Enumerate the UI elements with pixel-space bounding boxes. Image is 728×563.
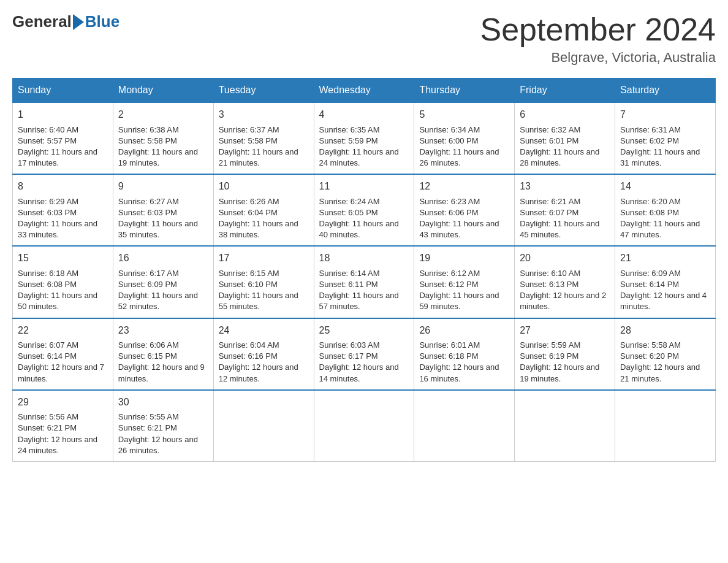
day-number: 17 [219, 251, 309, 265]
calendar-cell: 29 Sunrise: 5:56 AMSunset: 6:21 PMDaylig… [13, 390, 113, 462]
day-info: Sunrise: 6:32 AMSunset: 6:01 PMDaylight:… [520, 125, 599, 168]
calendar-cell: 14 Sunrise: 6:20 AMSunset: 6:08 PMDaylig… [615, 174, 716, 246]
calendar-cell: 27 Sunrise: 5:59 AMSunset: 6:19 PMDaylig… [515, 318, 615, 390]
logo-blue-text: Blue [85, 12, 119, 31]
day-header-wednesday: Wednesday [314, 79, 414, 103]
calendar-cell: 20 Sunrise: 6:10 AMSunset: 6:13 PMDaylig… [515, 246, 615, 318]
day-info: Sunrise: 6:38 AMSunset: 5:58 PMDaylight:… [118, 125, 198, 168]
day-info: Sunrise: 6:35 AMSunset: 5:59 PMDaylight:… [319, 125, 399, 168]
day-header-friday: Friday [515, 79, 615, 103]
calendar-body: 1 Sunrise: 6:40 AMSunset: 5:57 PMDayligh… [13, 102, 716, 461]
day-info: Sunrise: 6:01 AMSunset: 6:18 PMDaylight:… [419, 340, 499, 383]
day-number: 11 [319, 180, 409, 193]
calendar-week-2: 8 Sunrise: 6:29 AMSunset: 6:03 PMDayligh… [13, 174, 716, 246]
calendar-cell: 10 Sunrise: 6:26 AMSunset: 6:04 PMDaylig… [213, 174, 314, 246]
calendar-cell: 30 Sunrise: 5:55 AMSunset: 6:21 PMDaylig… [113, 390, 213, 462]
day-number: 6 [520, 108, 610, 121]
day-number: 2 [118, 108, 208, 121]
day-header-sunday: Sunday [13, 79, 113, 103]
calendar-cell [414, 390, 515, 462]
day-number: 3 [219, 108, 309, 121]
day-info: Sunrise: 5:56 AMSunset: 6:21 PMDaylight:… [18, 412, 97, 455]
calendar-cell: 3 Sunrise: 6:37 AMSunset: 5:58 PMDayligh… [213, 102, 314, 174]
day-info: Sunrise: 6:12 AMSunset: 6:12 PMDaylight:… [419, 269, 499, 312]
day-info: Sunrise: 6:34 AMSunset: 6:00 PMDaylight:… [419, 125, 499, 168]
calendar-cell: 28 Sunrise: 5:58 AMSunset: 6:20 PMDaylig… [615, 318, 716, 390]
day-info: Sunrise: 6:07 AMSunset: 6:14 PMDaylight:… [18, 340, 104, 383]
calendar-cell: 17 Sunrise: 6:15 AMSunset: 6:10 PMDaylig… [213, 246, 314, 318]
calendar-cell: 18 Sunrise: 6:14 AMSunset: 6:11 PMDaylig… [314, 246, 414, 318]
day-info: Sunrise: 5:58 AMSunset: 6:20 PMDaylight:… [620, 340, 700, 383]
day-info: Sunrise: 6:17 AMSunset: 6:09 PMDaylight:… [118, 269, 198, 312]
calendar-cell: 24 Sunrise: 6:04 AMSunset: 6:16 PMDaylig… [213, 318, 314, 390]
day-number: 14 [620, 180, 710, 193]
day-number: 9 [118, 180, 208, 193]
day-number: 26 [419, 324, 509, 337]
logo-general-text: General [12, 12, 72, 31]
day-info: Sunrise: 6:14 AMSunset: 6:11 PMDaylight:… [319, 269, 399, 312]
day-number: 5 [419, 108, 509, 121]
day-info: Sunrise: 6:10 AMSunset: 6:13 PMDaylight:… [520, 269, 606, 312]
calendar-cell: 26 Sunrise: 6:01 AMSunset: 6:18 PMDaylig… [414, 318, 515, 390]
day-number: 16 [118, 251, 208, 265]
calendar-cell: 1 Sunrise: 6:40 AMSunset: 5:57 PMDayligh… [13, 102, 113, 174]
calendar-cell: 21 Sunrise: 6:09 AMSunset: 6:14 PMDaylig… [615, 246, 716, 318]
day-number: 15 [18, 251, 108, 265]
day-info: Sunrise: 6:26 AMSunset: 6:04 PMDaylight:… [219, 197, 298, 240]
day-info: Sunrise: 6:29 AMSunset: 6:03 PMDaylight:… [18, 197, 97, 240]
day-info: Sunrise: 6:27 AMSunset: 6:03 PMDaylight:… [118, 197, 198, 240]
day-info: Sunrise: 6:15 AMSunset: 6:10 PMDaylight:… [219, 269, 298, 312]
day-number: 4 [319, 108, 409, 121]
logo-arrow-icon [73, 14, 84, 30]
day-header-monday: Monday [113, 79, 213, 103]
day-info: Sunrise: 5:55 AMSunset: 6:21 PMDaylight:… [118, 412, 198, 455]
calendar-cell [213, 390, 314, 462]
calendar-cell: 13 Sunrise: 6:21 AMSunset: 6:07 PMDaylig… [515, 174, 615, 246]
day-number: 28 [620, 324, 710, 337]
calendar-week-3: 15 Sunrise: 6:18 AMSunset: 6:08 PMDaylig… [13, 246, 716, 318]
day-number: 21 [620, 251, 710, 265]
day-number: 27 [520, 324, 610, 337]
day-header-tuesday: Tuesday [213, 79, 314, 103]
calendar-cell: 23 Sunrise: 6:06 AMSunset: 6:15 PMDaylig… [113, 318, 213, 390]
day-number: 7 [620, 108, 710, 121]
page-header: General Blue September 2024 Belgrave, Vi… [12, 12, 716, 66]
day-number: 25 [319, 324, 409, 337]
day-number: 10 [219, 180, 309, 193]
calendar-cell: 19 Sunrise: 6:12 AMSunset: 6:12 PMDaylig… [414, 246, 515, 318]
calendar-cell: 6 Sunrise: 6:32 AMSunset: 6:01 PMDayligh… [515, 102, 615, 174]
day-info: Sunrise: 6:24 AMSunset: 6:05 PMDaylight:… [319, 197, 399, 240]
day-info: Sunrise: 6:04 AMSunset: 6:16 PMDaylight:… [219, 340, 298, 383]
calendar-cell: 16 Sunrise: 6:17 AMSunset: 6:09 PMDaylig… [113, 246, 213, 318]
calendar-cell: 22 Sunrise: 6:07 AMSunset: 6:14 PMDaylig… [13, 318, 113, 390]
day-info: Sunrise: 6:03 AMSunset: 6:17 PMDaylight:… [319, 340, 399, 383]
logo: General Blue [12, 12, 119, 31]
calendar-cell: 15 Sunrise: 6:18 AMSunset: 6:08 PMDaylig… [13, 246, 113, 318]
day-info: Sunrise: 6:23 AMSunset: 6:06 PMDaylight:… [419, 197, 499, 240]
day-info: Sunrise: 6:18 AMSunset: 6:08 PMDaylight:… [18, 269, 97, 312]
calendar-header: SundayMondayTuesdayWednesdayThursdayFrid… [13, 79, 716, 103]
calendar-cell: 4 Sunrise: 6:35 AMSunset: 5:59 PMDayligh… [314, 102, 414, 174]
calendar-cell: 25 Sunrise: 6:03 AMSunset: 6:17 PMDaylig… [314, 318, 414, 390]
day-number: 20 [520, 251, 610, 265]
calendar-cell: 11 Sunrise: 6:24 AMSunset: 6:05 PMDaylig… [314, 174, 414, 246]
day-number: 30 [118, 396, 208, 409]
day-number: 29 [18, 396, 108, 409]
day-info: Sunrise: 6:20 AMSunset: 6:08 PMDaylight:… [620, 197, 700, 240]
calendar-week-5: 29 Sunrise: 5:56 AMSunset: 6:21 PMDaylig… [13, 390, 716, 462]
calendar-cell: 9 Sunrise: 6:27 AMSunset: 6:03 PMDayligh… [113, 174, 213, 246]
calendar-cell: 8 Sunrise: 6:29 AMSunset: 6:03 PMDayligh… [13, 174, 113, 246]
calendar-cell: 5 Sunrise: 6:34 AMSunset: 6:00 PMDayligh… [414, 102, 515, 174]
month-title: September 2024 [480, 12, 716, 47]
calendar-cell [615, 390, 716, 462]
day-header-saturday: Saturday [615, 79, 716, 103]
day-info: Sunrise: 6:21 AMSunset: 6:07 PMDaylight:… [520, 197, 599, 240]
day-number: 22 [18, 324, 108, 337]
day-info: Sunrise: 6:40 AMSunset: 5:57 PMDaylight:… [18, 125, 97, 168]
calendar-cell: 7 Sunrise: 6:31 AMSunset: 6:02 PMDayligh… [615, 102, 716, 174]
day-info: Sunrise: 6:31 AMSunset: 6:02 PMDaylight:… [620, 125, 700, 168]
day-number: 23 [118, 324, 208, 337]
day-info: Sunrise: 6:09 AMSunset: 6:14 PMDaylight:… [620, 269, 707, 312]
day-header-thursday: Thursday [414, 79, 515, 103]
calendar-week-4: 22 Sunrise: 6:07 AMSunset: 6:14 PMDaylig… [13, 318, 716, 390]
